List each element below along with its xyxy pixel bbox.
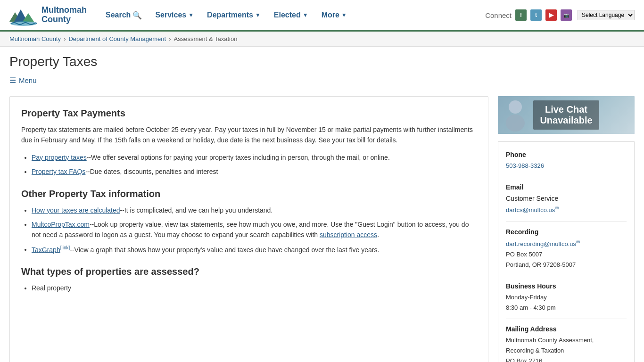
list-item-text: --Due dates, discounts, penalties and in… <box>85 168 218 175</box>
taxgraph-link[interactable]: TaxGraph <box>32 246 60 253</box>
hours-time: 8:30 am - 4:30 pm <box>506 303 627 313</box>
site-logo[interactable]: Multnomah County <box>9 4 87 26</box>
person-silhouette <box>503 99 528 132</box>
facebook-icon[interactable]: f <box>515 9 527 21</box>
divider <box>506 276 627 276</box>
content-area: Property Tax Payments Property tax state… <box>9 96 488 362</box>
breadcrumb-current: Assessment & Taxation <box>173 35 237 42</box>
menu-label: Menu <box>19 76 37 84</box>
list-item-text: --It is complicated, and we can help you… <box>120 206 273 214</box>
site-header: Multnomah County Search 🔍 Services ▼ Dep… <box>0 0 644 32</box>
real-property-text: Real property <box>32 284 71 292</box>
live-chat-line1: Live Chat <box>540 104 592 115</box>
divider <box>506 177 627 177</box>
instagram-icon[interactable]: 📷 <box>561 9 572 21</box>
property-tax-faqs-link[interactable]: Property tax FAQs <box>32 168 85 175</box>
email-sublabel: Customer Service <box>506 193 627 205</box>
section3-heading: What types of properties are assessed? <box>21 266 477 277</box>
connect-label: Connect <box>485 11 512 19</box>
list-item: Pay property taxes--We offer several opt… <box>32 152 477 163</box>
twitter-icon[interactable]: t <box>530 9 542 21</box>
nav-search[interactable]: Search 🔍 <box>101 7 147 24</box>
list-item: TaxGraph[link]--View a graph that shows … <box>32 244 477 255</box>
nav-departments-label: Departments <box>207 11 253 19</box>
list-item: MultcoPropTax.com--Look up property valu… <box>32 219 477 240</box>
email-address[interactable]: dartcs@multco.us <box>506 207 555 214</box>
nav-services-label: Services <box>155 11 186 19</box>
hours-label: Business Hours <box>506 281 627 292</box>
recording-label: Recording <box>506 227 627 238</box>
svg-point-6 <box>506 115 525 132</box>
search-icon: 🔍 <box>132 11 142 20</box>
mailing-label: Mailing Address <box>506 324 627 335</box>
svg-point-4 <box>10 21 37 26</box>
nav-departments[interactable]: Departments ▼ <box>202 7 265 23</box>
breadcrumb-home[interactable]: Multnomah County <box>9 35 61 42</box>
menu-toggle[interactable]: ☰ Menu <box>9 74 635 87</box>
mailing-line1: Multnomah County Assessment, <box>506 335 627 346</box>
section1-body: Property tax statements are mailed befor… <box>21 124 477 146</box>
page-title-area: Property Taxes ☰ Menu <box>0 47 644 87</box>
header-left: Multnomah County Search 🔍 Services ▼ Dep… <box>9 4 352 26</box>
live-chat-box[interactable]: Live Chat Unavailable <box>498 96 635 134</box>
connect-area: Connect f t ▶ 📷 <box>485 9 572 21</box>
live-chat-line2: Unavailable <box>540 115 592 126</box>
svg-point-5 <box>509 100 522 114</box>
recording-email-icon: ✉ <box>576 239 580 245</box>
nav-more-label: More <box>322 11 339 19</box>
section1-heading: Property Tax Payments <box>21 108 477 119</box>
subscription-access-link[interactable]: subscription access <box>320 231 377 239</box>
multco-prop-tax-link[interactable]: MultcoPropTax.com <box>32 221 90 228</box>
divider <box>506 222 627 222</box>
nav-more[interactable]: More ▼ <box>317 7 352 23</box>
pay-property-taxes-link[interactable]: Pay property taxes <box>32 154 87 161</box>
chevron-down-icon: ▼ <box>188 12 194 18</box>
breadcrumb-separator: › <box>169 35 171 42</box>
how-taxes-calculated-link[interactable]: How your taxes are calculated <box>32 206 120 214</box>
list-item: Real property <box>32 283 477 293</box>
page-title: Property Taxes <box>9 54 635 69</box>
chevron-down-icon: ▼ <box>303 12 308 18</box>
list-item: Property tax FAQs--Due dates, discounts,… <box>32 166 477 177</box>
logo-text: Multnomah County <box>41 6 87 25</box>
contact-box: Phone 503-988-3326 Email Customer Servic… <box>498 141 635 362</box>
nav-search-label: Search <box>106 11 131 19</box>
logo-name: Multnomah <box>41 6 87 15</box>
youtube-icon[interactable]: ▶ <box>545 9 557 21</box>
nav-services[interactable]: Services ▼ <box>150 7 198 23</box>
email-label: Email <box>506 182 627 193</box>
contact-email: Email Customer Service dartcs@multco.us✉ <box>506 182 627 216</box>
email-external-icon: ✉ <box>555 206 559 211</box>
recording-address1: PO Box 5007 <box>506 249 627 260</box>
external-link-icon: [link] <box>60 245 70 250</box>
breadcrumb: Multnomah County › Department of County … <box>0 32 644 47</box>
contact-phone: Phone 503-988-3326 <box>506 149 627 171</box>
header-right: Connect f t ▶ 📷 Select Language <box>485 9 635 21</box>
divider <box>506 319 627 319</box>
list-item-text: --We offer several options for paying yo… <box>87 154 390 161</box>
logo-icon <box>9 4 38 26</box>
phone-label: Phone <box>506 149 627 161</box>
chevron-down-icon: ▼ <box>341 12 347 18</box>
list-item: How your taxes are calculated--It is com… <box>32 205 477 215</box>
contact-hours: Business Hours Monday-Friday 8:30 am - 4… <box>506 281 627 313</box>
recording-email[interactable]: dart.recording@multco.us <box>506 240 576 247</box>
contact-mailing: Mailing Address Multnomah County Assessm… <box>506 324 627 362</box>
language-selector[interactable]: Select Language <box>578 10 635 20</box>
breadcrumb-dept[interactable]: Department of County Management <box>68 35 166 42</box>
hours-days: Monday-Friday <box>506 292 627 303</box>
list-item-text-after: . <box>377 231 379 239</box>
chevron-down-icon: ▼ <box>255 12 261 18</box>
logo-county: County <box>41 15 87 25</box>
list2: How your taxes are calculated--It is com… <box>21 205 477 255</box>
list-item-text: --View a graph that shows how your prope… <box>70 246 379 253</box>
list-item-text-before: --Look up property value, view tax state… <box>32 221 469 239</box>
mailing-line3: PO Box 2716 <box>506 356 627 362</box>
breadcrumb-separator: › <box>64 35 66 42</box>
contact-recording: Recording dart.recording@multco.us✉ PO B… <box>506 227 627 270</box>
phone-number[interactable]: 503-988-3326 <box>506 162 544 169</box>
sidebar: Live Chat Unavailable Phone 503-988-3326… <box>498 96 635 362</box>
list3: Real property <box>21 283 477 293</box>
nav-elected[interactable]: Elected ▼ <box>269 7 313 23</box>
recording-address2: Portland, OR 97208-5007 <box>506 260 627 270</box>
